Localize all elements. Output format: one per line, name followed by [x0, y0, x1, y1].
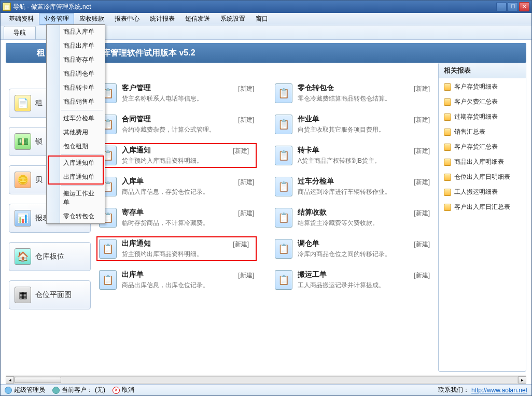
module-title[interactable]: 合同管理 — [122, 115, 233, 124]
minimize-button[interactable]: — — [496, 2, 507, 11]
sidebar-label-2: 贝 — [35, 175, 43, 185]
menu-report-center[interactable]: 报表中心 — [109, 13, 145, 25]
scroll-thumb[interactable] — [15, 377, 61, 383]
menu-in-notice[interactable]: 入库通知单 — [47, 156, 105, 170]
app-window: ▦ 导航 - 傲蓝冷库管理系统.net — ☐ ✕ 基础资料 业务管理 应收账款… — [0, 0, 532, 396]
module-0: 📋客户管理货主名称联系人电话等信息。[新建] — [99, 83, 254, 103]
app-icon: ▦ — [3, 3, 11, 11]
report-link-4[interactable]: 客户存货汇总表 — [442, 142, 523, 152]
menu-settings[interactable]: 系统设置 — [215, 13, 250, 25]
module-text: 搬运工单工人商品搬运记录并计算提成。 — [298, 270, 409, 290]
dropdown-sep-3 — [61, 185, 103, 186]
report-link-2[interactable]: 过期存货明细表 — [442, 111, 523, 122]
menu-lease-period[interactable]: 包仓租期 — [47, 139, 105, 153]
menu-goods-in[interactable]: 商品入库单 — [47, 25, 105, 39]
report-link-7[interactable]: 工人搬运明细表 — [442, 187, 523, 197]
sidebar-label-5: 仓位平面图 — [35, 290, 72, 300]
menu-goods-sale[interactable]: 商品销售单 — [47, 95, 105, 109]
module-new-link[interactable]: [新建] — [414, 84, 430, 93]
customer-icon — [52, 387, 60, 394]
module-2: 📋合同管理合约冷藏费杂费，计算公式管理。[新建] — [99, 115, 254, 134]
module-desc: 冷库内商品仓位之间的转移记录。 — [298, 250, 409, 259]
close-button[interactable]: ✕ — [519, 2, 529, 11]
module-new-link[interactable]: [新建] — [233, 147, 249, 155]
statusbar: 超级管理员 当前客户： (无) × 取消 联系我们： http://www.ao… — [1, 384, 531, 395]
menu-basic-data[interactable]: 基础资料 — [4, 13, 39, 25]
module-new-link[interactable]: [新建] — [414, 147, 430, 155]
scroll-right-button[interactable]: ▸ — [518, 376, 526, 384]
status-cancel[interactable]: × 取消 — [113, 386, 134, 394]
menu-zero-to-pack[interactable]: 零仓转包仓 — [47, 209, 105, 223]
module-title[interactable]: 转卡单 — [298, 146, 409, 155]
module-new-link[interactable]: [新建] — [238, 84, 254, 93]
module-new-link[interactable]: [新建] — [414, 178, 430, 187]
module-icon: 📋 — [275, 208, 292, 228]
report-link-1[interactable]: 客户欠费汇总表 — [442, 96, 523, 107]
module-title[interactable]: 零仓转包仓 — [298, 83, 409, 93]
module-12: 📋出库单商品出库信息，出库仓位记录。[新建] — [99, 270, 254, 290]
module-new-link[interactable]: [新建] — [414, 240, 430, 249]
module-10: 📋出库通知货主预约出库商品资料明细。[新建] — [99, 239, 254, 259]
module-new-link[interactable]: [新建] — [238, 178, 254, 187]
module-title[interactable]: 搬运工单 — [298, 270, 409, 279]
menu-goods-card[interactable]: 商品转卡单 — [47, 81, 105, 95]
horizontal-scrollbar[interactable]: ◂ ▸ — [6, 375, 526, 384]
menu-goods-transfer[interactable]: 商品调仓单 — [47, 67, 105, 81]
module-text: 入库单商品入库信息，存货仓位记录。 — [122, 177, 233, 196]
module-title[interactable]: 出库通知 — [122, 239, 228, 248]
tab-navigation[interactable]: 导航 — [4, 26, 36, 39]
module-new-link[interactable]: [新建] — [233, 240, 249, 249]
menu-goods-deposit[interactable]: 商品寄存单 — [47, 53, 105, 67]
module-new-link[interactable]: [新建] — [414, 209, 430, 218]
module-new-link[interactable]: [新建] — [238, 116, 254, 124]
module-11: 📋调仓单冷库内商品仓位之间的转移记录。[新建] — [275, 239, 430, 259]
menu-other-fee[interactable]: 其他费用 — [47, 125, 105, 139]
menu-porter-job[interactable]: 搬运工作业单 — [47, 187, 105, 209]
window-controls: — ☐ ✕ — [496, 2, 529, 11]
report-link-0[interactable]: 客户存货明细表 — [442, 81, 523, 92]
menu-sms[interactable]: 短信发送 — [180, 13, 215, 25]
contact-label: 联系我们： — [438, 386, 469, 394]
sidebar-label-0: 租 — [35, 98, 43, 108]
menu-vehicle-check[interactable]: 过车分检单 — [47, 111, 105, 125]
module-title[interactable]: 寄存单 — [122, 208, 233, 217]
menu-window[interactable]: 窗口 — [250, 13, 273, 25]
reports-list: 客户存货明细表客户欠费汇总表过期存货明细表销售汇总表客户存货汇总表商品出入库明细… — [439, 78, 526, 216]
menu-out-notice[interactable]: 出库通知单 — [47, 170, 105, 184]
module-3: 📋作业单向货主收取其它服务项目费用。[新建] — [275, 115, 430, 134]
module-title[interactable]: 过车分检单 — [298, 177, 409, 186]
module-title[interactable]: 结算收款 — [298, 208, 409, 217]
module-title[interactable]: 作业单 — [298, 115, 409, 124]
report-link-3[interactable]: 销售汇总表 — [442, 126, 523, 137]
module-title[interactable]: 调仓单 — [298, 239, 409, 248]
menu-stat-report[interactable]: 统计报表 — [145, 13, 180, 25]
menu-receivables[interactable]: 应收账款 — [74, 13, 109, 25]
sidebar-btn-4[interactable]: 🏠仓库板位 — [9, 242, 91, 271]
report-link-6[interactable]: 仓位出入库日明细表 — [442, 172, 523, 182]
module-text: 零仓转包仓零仓冷藏费结算商品转包仓结算。 — [298, 83, 409, 103]
module-text: 出库单商品出库信息，出库仓位记录。 — [122, 270, 233, 290]
scroll-track[interactable] — [14, 376, 518, 384]
module-title[interactable]: 入库通知 — [122, 146, 228, 155]
module-icon: 📋 — [99, 239, 117, 259]
reports-header: 相关报表 — [439, 63, 526, 78]
module-new-link[interactable]: [新建] — [238, 271, 254, 280]
report-link-5[interactable]: 商品出入库明细表 — [442, 157, 523, 167]
report-icon — [444, 189, 451, 196]
module-new-link[interactable]: [新建] — [414, 271, 430, 280]
contact-link[interactable]: http://www.aolan.net — [471, 387, 527, 394]
report-icon — [444, 98, 451, 106]
maximize-button[interactable]: ☐ — [508, 2, 518, 11]
module-text: 结算收款结算货主冷藏费等欠费收款。 — [298, 208, 409, 228]
module-new-link[interactable]: [新建] — [238, 209, 254, 218]
module-title[interactable]: 客户管理 — [122, 83, 233, 93]
report-link-8[interactable]: 客户出入库日汇总表 — [442, 202, 523, 213]
module-title[interactable]: 出库单 — [122, 270, 233, 279]
sidebar-btn-5[interactable]: ▦仓位平面图 — [9, 280, 91, 309]
module-new-link[interactable]: [新建] — [414, 116, 430, 124]
module-grid: 📋客户管理货主名称联系人电话等信息。[新建]📋零仓转包仓零仓冷藏费结算商品转包仓… — [94, 63, 435, 372]
module-title[interactable]: 入库单 — [122, 177, 233, 186]
scroll-left-button[interactable]: ◂ — [6, 376, 14, 384]
menu-goods-out[interactable]: 商品出库单 — [47, 39, 105, 53]
menu-business[interactable]: 业务管理 — [39, 13, 74, 25]
